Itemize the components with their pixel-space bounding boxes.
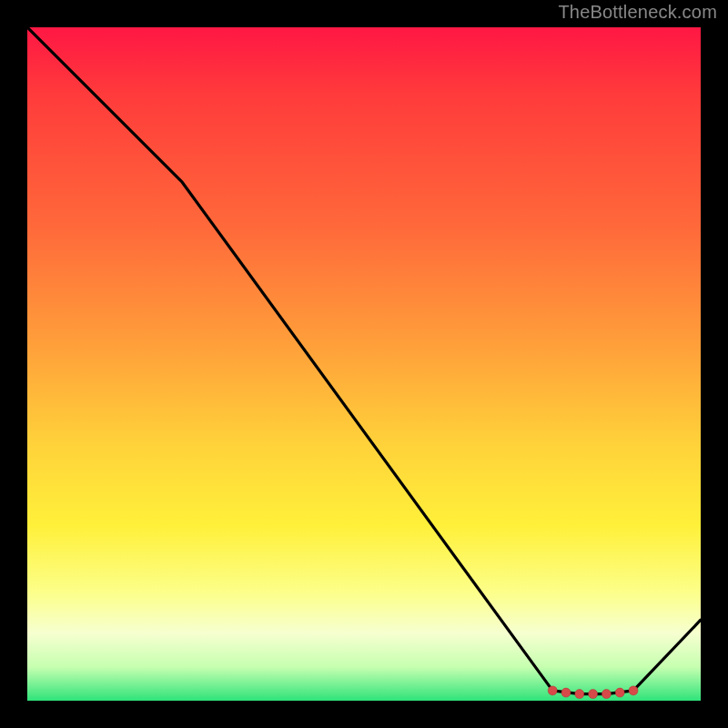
bottleneck-curve: [27, 27, 701, 694]
attribution-label: TheBottleneck.com: [558, 2, 717, 23]
marker-dot: [629, 686, 638, 695]
marker-dot: [615, 688, 624, 697]
curve-svg: [27, 27, 701, 701]
marker-dot: [561, 688, 571, 697]
marker-dot: [548, 686, 557, 695]
marker-dot: [602, 690, 611, 699]
marker-dot: [575, 690, 584, 699]
optimal-range-markers: [548, 686, 638, 699]
chart-frame: TheBottleneck.com: [0, 0, 728, 728]
plot-area: [27, 27, 701, 701]
marker-dot: [589, 690, 598, 699]
